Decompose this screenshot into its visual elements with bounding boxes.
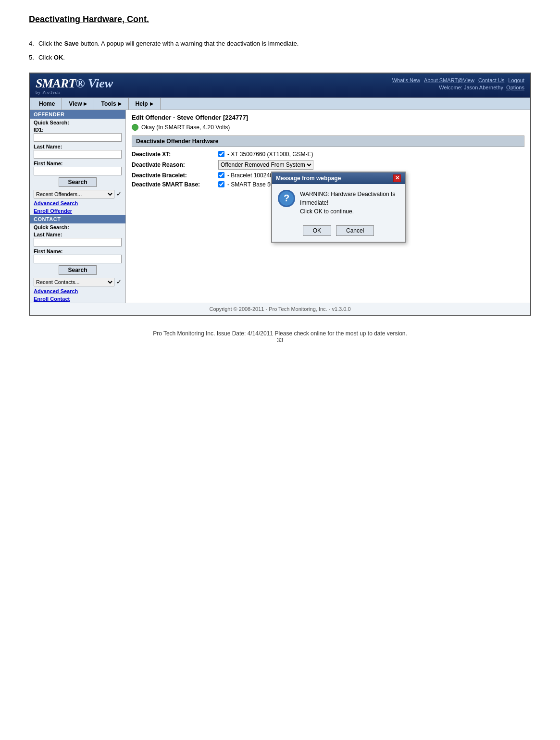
page-title: Deactivating Hardware, Cont.: [29, 14, 531, 25]
recent-offenders-row: Recent Offenders... ✓: [30, 189, 125, 199]
modal-buttons: OK Cancel: [272, 222, 405, 242]
instruction-4: 4. Click the Save button. A popup will g…: [29, 39, 531, 49]
page-number: 33: [29, 337, 531, 344]
page-footer-text: Pro Tech Monitoring Inc. Issue Date: 4/1…: [29, 330, 531, 337]
instruction-5: 5. Click OK.: [29, 53, 531, 63]
last-name-label: Last Name:: [30, 143, 125, 150]
nav-tools[interactable]: Tools ▶: [94, 98, 128, 110]
deactivate-reason-row: Deactivate Reason: Offender Removed From…: [132, 160, 524, 170]
id-label: ID1:: [30, 126, 125, 133]
nav-bar: Home View ▶ Tools ▶ Help ▶: [30, 98, 530, 110]
contacts-dropdown-arrow-icon: ✓: [116, 278, 122, 285]
options-link[interactable]: Options: [506, 85, 524, 90]
header-right: What's New About SMART@View Contact Us L…: [392, 77, 524, 90]
edit-offender-header: Edit Offender - Steve Offender [224777]: [132, 114, 524, 121]
recent-contacts-row: Recent Contacts... ✓: [30, 277, 125, 287]
status-text: Okay (In SMART Base, 4.20 Volts): [141, 124, 230, 131]
welcome-text: Welcome: Jason Abernethy Options: [392, 85, 524, 90]
content-wrapper: Edit Offender - Steve Offender [224777] …: [132, 114, 524, 188]
modal-warning-icon: ?: [278, 190, 295, 207]
deactivate-reason-select[interactable]: Offender Removed From System: [218, 160, 313, 170]
help-arrow: ▶: [150, 101, 153, 106]
contact-link[interactable]: Contact Us: [478, 77, 504, 83]
copyright-text: Copyright © 2008-2011 - Pro Tech Monitor…: [209, 306, 350, 312]
main-layout: OFFENDER Quick Search: ID1: Last Name: F…: [30, 110, 530, 303]
contact-search-button[interactable]: Search: [59, 265, 96, 275]
deactivate-section-header: Deactivate Offender Hardware: [132, 136, 524, 147]
nav-view[interactable]: View ▶: [62, 98, 94, 110]
nav-home[interactable]: Home: [32, 98, 62, 110]
deactivate-xt-value: - XT 35007660 (XT1000, GSM-E): [218, 151, 313, 158]
app-window: SMART® View by ProTech What's New About …: [29, 73, 531, 316]
deactivate-reason-label: Deactivate Reason:: [132, 161, 218, 168]
app-logo: SMART® View by ProTech: [36, 77, 113, 95]
quick-search-label: Quick Search:: [30, 119, 125, 126]
first-name-label: First Name:: [30, 160, 125, 167]
recent-offenders-dropdown[interactable]: Recent Offenders...: [34, 190, 114, 198]
modal-title: Message from webpage: [276, 175, 341, 182]
deactivate-bracelet-checkbox[interactable]: [218, 172, 224, 178]
modal-ok-button[interactable]: OK: [303, 225, 331, 236]
contact-quick-search-label: Quick Search:: [30, 223, 125, 231]
modal-body: ? WARNING: Hardware Deactivation Is Imme…: [272, 184, 405, 222]
last-name-input[interactable]: [34, 150, 122, 159]
dropdown-arrow-icon: ✓: [116, 190, 122, 197]
enroll-offender-link[interactable]: Enroll Offender: [30, 207, 125, 215]
status-row: Okay (In SMART Base, 4.20 Volts): [132, 124, 524, 131]
app-footer: Copyright © 2008-2011 - Pro Tech Monitor…: [30, 303, 530, 315]
advanced-search-offender-link[interactable]: Advanced Search: [30, 199, 125, 207]
contact-last-name-input[interactable]: [34, 238, 122, 247]
app-header: SMART® View by ProTech What's New About …: [30, 74, 530, 98]
deactivate-bracelet-label: Deactivate Bracelet:: [132, 172, 218, 179]
modal-instruction-text: Click OK to continue.: [300, 207, 399, 216]
modal-text: WARNING: Hardware Deactivation Is Immedi…: [300, 190, 399, 216]
logout-link[interactable]: Logout: [508, 77, 524, 83]
status-dot-icon: [132, 124, 138, 131]
recent-contacts-dropdown[interactable]: Recent Contacts...: [34, 278, 114, 286]
top-links: What's New About SMART@View Contact Us L…: [392, 77, 524, 83]
advanced-search-contact-link[interactable]: Advanced Search: [30, 287, 125, 295]
instructions-block: 4. Click the Save button. A popup will g…: [29, 39, 531, 63]
contact-last-name-label: Last Name:: [30, 231, 125, 238]
contact-first-name-label: First Name:: [30, 247, 125, 255]
id-input[interactable]: [34, 133, 122, 142]
deactivate-xt-label: Deactivate XT:: [132, 151, 218, 158]
deactivate-smart-base-checkbox[interactable]: [218, 181, 224, 187]
whats-new-link[interactable]: What's New: [392, 77, 420, 83]
modal-warning-text: WARNING: Hardware Deactivation Is Immedi…: [300, 190, 399, 207]
modal-dialog: Message from webpage ✕ ? WARNING: Hardwa…: [271, 172, 406, 243]
about-link[interactable]: About SMART@View: [424, 77, 474, 83]
modal-titlebar: Message from webpage ✕: [272, 173, 405, 184]
contact-first-name-input[interactable]: [34, 255, 122, 263]
modal-cancel-button[interactable]: Cancel: [336, 225, 374, 236]
first-name-input[interactable]: [34, 167, 122, 175]
offender-search-button[interactable]: Search: [59, 177, 96, 187]
view-arrow: ▶: [84, 101, 87, 106]
page-footer: Pro Tech Monitoring Inc. Issue Date: 4/1…: [29, 330, 531, 353]
enroll-contact-link[interactable]: Enroll Contact: [30, 295, 125, 303]
modal-close-button[interactable]: ✕: [393, 174, 401, 182]
sidebar: OFFENDER Quick Search: ID1: Last Name: F…: [30, 110, 126, 303]
deactivate-smart-base-label: Deactivate SMART Base:: [132, 181, 218, 188]
nav-help[interactable]: Help ▶: [129, 98, 161, 110]
logo-sub: by ProTech: [36, 90, 113, 95]
tools-arrow: ▶: [118, 101, 122, 106]
deactivate-xt-checkbox[interactable]: [218, 151, 224, 157]
offender-section-header: OFFENDER: [30, 110, 125, 119]
deactivate-xt-row: Deactivate XT: - XT 35007660 (XT1000, GS…: [132, 151, 524, 158]
deactivate-xt-text: - XT 35007660 (XT1000, GSM-E): [227, 151, 313, 158]
deactivate-reason-value: Offender Removed From System: [218, 160, 313, 170]
content-area: Edit Offender - Steve Offender [224777] …: [126, 110, 530, 303]
contact-section-header: CONTACT: [30, 215, 125, 223]
